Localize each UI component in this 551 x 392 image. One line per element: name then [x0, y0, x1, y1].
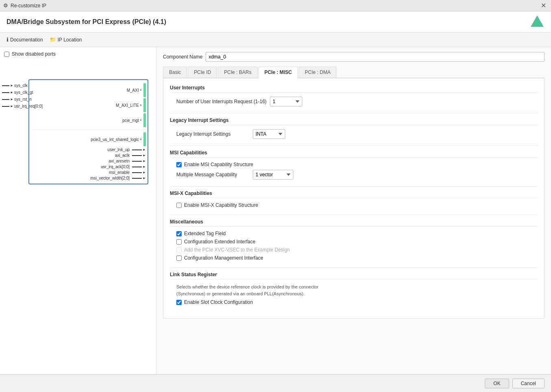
- tab-pcie-bars[interactable]: PCIe : BARs: [218, 67, 257, 78]
- enable-msix-label: Enable MSI-X Capability Structure: [184, 202, 258, 208]
- extended-tag-label: Extended Tag Field: [184, 231, 226, 236]
- user-interrupts-title: User Interrupts: [170, 85, 538, 93]
- enable-msix-checkbox[interactable]: [176, 203, 182, 208]
- component-name-row: Component Name: [163, 52, 544, 62]
- tab-pcie-misc[interactable]: PCIe : MISC: [258, 67, 298, 78]
- legacy-interrupt-title: Legacy Interrupt Settings: [170, 117, 538, 125]
- link-status-title: Link Status Register: [170, 272, 538, 279]
- enable-msix-row: Enable MSI-X Capability Structure: [170, 202, 538, 208]
- app-icon: ⚙: [3, 2, 8, 9]
- app-header: DMA/Bridge Subsystem for PCI Express (PC…: [0, 11, 551, 32]
- num-interrupts-row: Number of User Interrupts Request (1-16)…: [170, 97, 538, 106]
- info-icon: ℹ: [7, 37, 9, 43]
- port-sys-clk-gt: ► sys_clk_gt: [2, 90, 43, 95]
- documentation-label: Documentation: [10, 37, 43, 43]
- multiple-message-label: Multiple Message Capability: [176, 172, 249, 178]
- component-name-label: Component Name: [163, 54, 202, 60]
- ip-location-button[interactable]: 📁 IP Location: [50, 37, 82, 43]
- section-msix: MSI-X Capabilities Enable MSI-X Capabili…: [170, 191, 538, 208]
- port-axi-aclk: axi_aclk ►: [33, 153, 146, 158]
- folder-icon: 📁: [50, 37, 56, 43]
- port-m-axi-lite: M_AXI_LITE +: [33, 98, 146, 112]
- tab-content: User Interrupts Number of User Interrupt…: [163, 78, 544, 318]
- block-diagram: ► sys_clk ► sys_clk_gt ► sys_rst_n ► usr…: [28, 79, 152, 184]
- pcie-xvc-label: Add the PCIe XVC-VSEC to the Example Des…: [184, 247, 290, 253]
- title-bar: ⚙ Re-customize IP ✕: [0, 0, 551, 11]
- port-axi-aresetn: axi_aresetn ►: [33, 159, 146, 163]
- config-mgmt-row: Configuration Management Interface: [170, 255, 538, 261]
- section-link-status: Link Status Register Selects whether the…: [170, 272, 538, 305]
- config-mgmt-checkbox[interactable]: [176, 256, 182, 261]
- port-shared-logic: pcie3_us_int_shared_logic +: [33, 132, 146, 146]
- vivado-logo: [530, 15, 544, 29]
- config-ext-checkbox[interactable]: [176, 239, 182, 245]
- title-bar-label: Re-customize IP: [11, 3, 46, 9]
- msi-title: MSI Capabilities: [170, 150, 538, 158]
- enable-msi-row: Enable MSI Capability Structure: [170, 162, 538, 167]
- port-msi-enable: msi_enable ►: [33, 170, 146, 175]
- ip-location-label: IP Location: [58, 37, 82, 43]
- section-legacy-interrupt: Legacy Interrupt Settings Legacy Interru…: [170, 117, 538, 139]
- show-disabled-label: Show disabled ports: [12, 51, 56, 57]
- legacy-interrupt-label: Legacy Interrupt Settings: [176, 131, 249, 137]
- enable-msi-label: Enable MSI Capability Structure: [184, 162, 253, 167]
- section-msi: MSI Capabilities Enable MSI Capability S…: [170, 150, 538, 180]
- miscellaneous-title: Miscellaneous: [170, 219, 538, 227]
- num-interrupts-select[interactable]: 1234: [270, 97, 302, 106]
- config-ext-label: Configuration Extended Interface: [184, 239, 255, 245]
- port-m-axi: M_AXI +: [33, 83, 146, 97]
- extended-tag-checkbox[interactable]: [176, 231, 182, 236]
- ip-block: M_AXI + M_AXI_LITE + pcie_mgt +: [28, 79, 148, 184]
- ok-button[interactable]: OK: [485, 379, 509, 388]
- multiple-message-row: Multiple Message Capability 1 vector2 ve…: [170, 170, 538, 180]
- left-ports-group: ► sys_clk ► sys_clk_gt ► sys_rst_n ► usr…: [2, 83, 43, 108]
- pcie-xvc-checkbox[interactable]: [176, 247, 182, 253]
- right-ports: M_AXI + M_AXI_LITE + pcie_mgt +: [33, 83, 146, 180]
- multiple-message-select[interactable]: 1 vector2 vectors4 vectors: [253, 170, 293, 180]
- tabs: Basic PCIe ID PCIe : BARs PCIe : MISC PC…: [163, 67, 544, 78]
- documentation-button[interactable]: ℹ Documentation: [7, 37, 43, 43]
- port-usr-irq-req: ► usr_irq_req[0:0]: [2, 104, 43, 108]
- port-sys-clk: ► sys_clk: [2, 83, 43, 88]
- port-pcie-mgt: pcie_mgt +: [33, 113, 146, 127]
- show-disabled-checkbox[interactable]: [4, 52, 9, 57]
- toolbar: ℹ Documentation 📁 IP Location: [0, 32, 551, 47]
- enable-msi-checkbox[interactable]: [176, 162, 182, 167]
- port-usr-irq-ack: usr_irq_ack[0:0] ►: [33, 165, 146, 169]
- msix-title: MSI-X Capabilities: [170, 191, 538, 198]
- left-panel: Show disabled ports ► sys_clk ► sys_clk_…: [0, 47, 156, 374]
- config-mgmt-label: Configuration Management Interface: [184, 255, 263, 261]
- link-status-desc1: Selects whether the device reference clo…: [170, 284, 538, 297]
- tab-pcie-dma[interactable]: PCIe : DMA: [299, 67, 336, 78]
- pcie-xvc-row: Add the PCIe XVC-VSEC to the Example Des…: [170, 247, 538, 253]
- port-msi-vector-width: msi_vector_width[2:0] ►: [33, 176, 146, 180]
- component-name-input[interactable]: [206, 52, 544, 62]
- num-interrupts-label: Number of User Interrupts Request (1-16): [176, 99, 267, 104]
- show-disabled-ports-row: Show disabled ports: [4, 51, 152, 57]
- enable-slot-clock-label: Enable Slot Clock Configuration: [184, 299, 253, 305]
- config-ext-row: Configuration Extended Interface: [170, 239, 538, 245]
- legacy-interrupt-row: Legacy Interrupt Settings INTAINTBINTCIN…: [170, 129, 538, 139]
- cancel-button[interactable]: Cancel: [512, 379, 544, 388]
- port-sys-rst-n: ► sys_rst_n: [2, 97, 43, 102]
- right-panel: Component Name Basic PCIe ID PCIe : BARs…: [156, 47, 551, 374]
- enable-slot-clock-row: Enable Slot Clock Configuration: [170, 299, 538, 305]
- enable-slot-clock-checkbox[interactable]: [176, 300, 182, 305]
- port-user-lnk-up: user_lnk_up ►: [33, 147, 146, 152]
- close-button[interactable]: ✕: [539, 1, 548, 10]
- section-user-interrupts: User Interrupts Number of User Interrupt…: [170, 85, 538, 106]
- extended-tag-row: Extended Tag Field: [170, 231, 538, 236]
- bottom-bar: OK Cancel: [0, 374, 551, 392]
- app-title: DMA/Bridge Subsystem for PCI Express (PC…: [7, 18, 166, 26]
- legacy-interrupt-select[interactable]: INTAINTBINTCINTD: [253, 129, 285, 139]
- title-bar-left: ⚙ Re-customize IP: [3, 2, 46, 9]
- tab-pcie-id[interactable]: PCIe ID: [188, 67, 217, 78]
- tab-basic[interactable]: Basic: [163, 67, 187, 78]
- section-miscellaneous: Miscellaneous Extended Tag Field Configu…: [170, 219, 538, 261]
